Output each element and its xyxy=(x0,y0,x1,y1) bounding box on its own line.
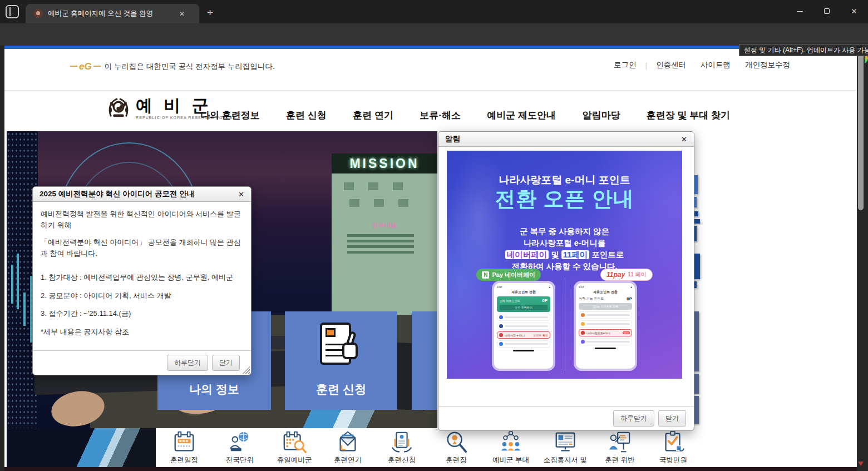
tab-favicon-icon xyxy=(33,9,43,18)
notice-paragraph: 예비전력정책 발전을 위한 혁신적인 아이디어와 서비스를 발굴하기 위해 xyxy=(41,209,243,230)
header-divider xyxy=(4,90,857,91)
promo-banner[interactable]: 나라사랑포털 e-머니 포인트 전환 오픈 안내 군 복무 중 사용하지 않은 … xyxy=(447,151,682,379)
minimize-button[interactable] xyxy=(787,0,812,22)
login-link[interactable]: 로그인 xyxy=(614,60,637,70)
calendar-search-icon xyxy=(282,429,307,455)
nav-item-system-guide[interactable]: 예비군 제도안내 xyxy=(487,109,556,122)
phone-left-header: 제휴포인트 전환 xyxy=(497,290,550,295)
document-hands-icon xyxy=(389,429,415,455)
nav-item-news[interactable]: 알림마당 xyxy=(582,109,620,122)
quick-notice-monitor[interactable]: 소집통지서 및 xyxy=(538,429,593,465)
tile-training-apply-label: 훈련 신청 xyxy=(285,381,397,397)
search-pin-icon xyxy=(443,429,469,455)
quick-training-site[interactable]: 훈련장 xyxy=(429,429,484,465)
notice-popup: 2025 예비전력분야 혁신 아이디어 공모전 안내 ✕ 예비전력정책 발전을 … xyxy=(32,186,251,375)
naver-logo-icon: N xyxy=(482,271,489,279)
gov-banner-text: 이 누리집은 대한민국 공식 전자정부 누리집입니다. xyxy=(105,62,275,72)
pay11-logo: 11pay xyxy=(606,271,625,279)
scrollbar-down-icon[interactable] xyxy=(858,462,864,466)
quick-defense-civil[interactable]: 국방민원 xyxy=(646,429,701,465)
highlight-row-narasarang-portal: 나라사랑포털e머니 NEW xyxy=(579,329,632,336)
training-apply-tablet-icon xyxy=(315,320,367,376)
phone-right-header: 제휴포인트 전환 xyxy=(579,290,632,295)
pay11-highlight: 11페이 xyxy=(561,250,589,259)
alert-close-today-button[interactable]: 하루닫기 xyxy=(613,410,654,427)
quick-reserve-unit[interactable]: 예비군 부대 xyxy=(484,429,538,465)
notice-paragraph: 「예비전력분야 혁신 아이디어」 공모전을 개최하니 많은 관심과 참여 바랍니… xyxy=(41,237,243,259)
scrollbar-thumb[interactable] xyxy=(858,53,864,210)
settings-tooltip: 설정 및 기타 (Alt+F). 업데이트가 사용 가능 xyxy=(739,44,868,56)
nav-item-apply[interactable]: 훈련 신청 xyxy=(286,109,327,122)
alert-popup-footer: 하루닫기 닫기 xyxy=(438,406,694,430)
tile-partial[interactable] xyxy=(412,311,437,410)
quick-holiday-reserve[interactable]: 휴일예비군 xyxy=(267,429,322,465)
browser-tab[interactable]: 예비군 홈페이지에 오신 것을 환영 ✕ xyxy=(26,4,199,23)
browser-toolbar: https://www.yebigun1.mil.kr/dmobis/index… xyxy=(0,23,868,46)
new-badge: NEW xyxy=(623,331,630,334)
quick-training-violation[interactable]: 훈련 위반 xyxy=(593,429,647,465)
notice-close-button[interactable]: 닫기 xyxy=(212,355,240,371)
quick-training-apply[interactable]: 훈련신청 xyxy=(374,429,429,465)
quick-nationwide[interactable]: 전국단위 xyxy=(213,429,267,465)
workspaces-icon[interactable] xyxy=(6,5,19,18)
clipboard-check-icon xyxy=(660,429,686,455)
browser-titlebar: 예비군 홈페이지에 오신 것을 환영 ✕ + ✕ xyxy=(0,0,868,23)
notice-popup-body: 예비전력정책 발전을 위한 혁신적인 아이디어와 서비스를 발굴하기 위해 「예… xyxy=(33,202,251,337)
alert-popup-title: 알림 xyxy=(445,134,460,144)
envelope-icon xyxy=(335,429,361,455)
privacy-edit-link[interactable]: 개인정보수정 xyxy=(745,60,790,70)
page-top-accent xyxy=(4,46,857,49)
page-scrollbar[interactable] xyxy=(857,46,865,471)
nav-item-postpone[interactable]: 훈련 연기 xyxy=(353,109,393,122)
convert-11pay-button: 11pay 포인트로 전환 xyxy=(579,303,632,310)
tile-my-info-label: 나의 정보 xyxy=(157,381,271,397)
tab-title: 예비군 홈페이지에 오신 것을 환영 xyxy=(48,9,176,18)
close-window-button[interactable]: ✕ xyxy=(841,0,867,22)
tab-close-icon[interactable]: ✕ xyxy=(179,10,185,18)
promo-line2: 전환 오픈 안내 xyxy=(447,185,682,213)
maximize-button[interactable] xyxy=(814,0,840,22)
egov-logo-icon: eG xyxy=(71,61,100,72)
mission-sign-text: MISSION xyxy=(349,156,419,171)
pay11-badge: 11pay 11 페이 xyxy=(600,269,653,281)
alert-close-icon[interactable]: ✕ xyxy=(681,135,687,143)
footer-top-bar xyxy=(4,467,857,471)
people-group-icon xyxy=(498,429,524,455)
new-tab-button[interactable]: + xyxy=(207,7,213,19)
presenter-board-icon xyxy=(607,429,633,455)
notice-popup-footer: 하루닫기 닫기 xyxy=(33,350,251,375)
rokrf-emblem-icon xyxy=(106,95,131,121)
notice-popup-header[interactable]: 2025 예비전력분야 혁신 아이디어 공모전 안내 ✕ xyxy=(33,187,251,202)
notice-item: 3. 접수기간 : ~'25.11.14.(금) xyxy=(41,308,243,319)
main-nav: 나의 훈련정보 훈련 신청 훈련 연기 보류·해소 예비군 제도안내 알림마당 … xyxy=(200,109,730,122)
notice-item: 1. 참가대상 : 예비전력업무에 관심있는 장병, 군무원, 예비군 xyxy=(41,272,243,283)
tile-training-apply[interactable]: 훈련 신청 xyxy=(285,311,397,410)
highlight-row-narasarang: 나라사랑 e-머니 포인트 확인 xyxy=(497,331,550,339)
nav-item-my-training[interactable]: 나의 훈련정보 xyxy=(200,109,260,122)
alert-popup: 알림 ✕ 나라사랑포털 e-머니 포인트 전환 오픈 안내 군 복무 중 사용하… xyxy=(438,131,694,431)
utility-separator: | xyxy=(645,61,647,70)
person-globe-icon xyxy=(227,429,253,455)
nav-item-find-unit[interactable]: 훈련장 및 부대 찾기 xyxy=(647,109,730,122)
phone-mockup-11pay: 4:07● 제휴포인트 전환 전환 가능 포인트 0P 11pay 포인트로 전… xyxy=(574,281,637,371)
mission-sign-panel: MISSION 임무내용 xyxy=(332,153,437,315)
hero-bottom-left xyxy=(7,428,156,471)
mission-sign-windows xyxy=(344,182,354,190)
calendar-icon xyxy=(171,429,197,455)
mission-sub-text: 임무내용 xyxy=(332,221,437,230)
sitemap-link[interactable]: 사이트맵 xyxy=(701,60,731,70)
phone-mockup-naverpay: 4:07● 제휴포인트 전환 전체 제휴포인트 0P 모두 전환하기 나라사랑 … xyxy=(492,281,555,371)
cert-center-link[interactable]: 인증센터 xyxy=(656,60,686,70)
notice-item: 2. 공모분야 : 아이디어 기획, 서비스 개발 xyxy=(41,290,243,301)
notice-item: *세부 내용은 공지사항 참조 xyxy=(41,326,243,338)
quick-training-postpone[interactable]: 훈련연기 xyxy=(320,429,375,465)
promo-body-text: 군 복무 중 사용하지 않은 나라사랑포털 e-머니를 네이버페이 및 11페이… xyxy=(447,226,682,272)
alert-popup-header[interactable]: 알림 ✕ xyxy=(438,132,694,147)
gov-banner: eG 이 누리집은 대한민국 공식 전자정부 누리집입니다. xyxy=(71,61,275,72)
quick-training-schedule[interactable]: 훈련일정 xyxy=(157,429,211,465)
notice-popup-title: 2025 예비전력분야 혁신 아이디어 공모전 안내 xyxy=(40,189,194,199)
notice-close-today-button[interactable]: 하루닫기 xyxy=(167,355,208,371)
alert-close-button[interactable]: 닫기 xyxy=(658,410,686,427)
nav-item-hold[interactable]: 보류·해소 xyxy=(420,109,461,122)
notice-close-icon[interactable]: ✕ xyxy=(238,190,244,199)
